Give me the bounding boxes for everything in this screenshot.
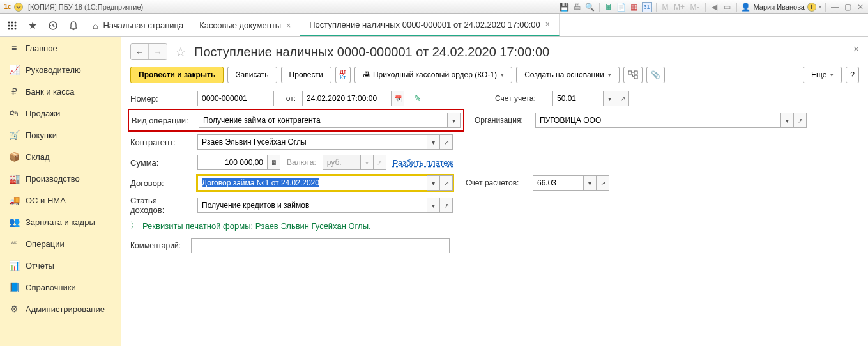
sidebar-item-bank[interactable]: ₽Банк и касса <box>0 81 121 102</box>
dropdown-icon[interactable]: ▾ <box>448 113 461 128</box>
favorite-star-icon[interactable]: ☆ <box>175 44 187 59</box>
calc-icon[interactable]: 🖩 <box>604 2 614 12</box>
op-type-input[interactable] <box>199 113 448 128</box>
manual-edit-icon[interactable]: ✎ <box>411 91 425 106</box>
calc-icon[interactable]: 🖩 <box>268 155 280 170</box>
counterparty-input[interactable] <box>197 134 427 150</box>
main-content: × ← → ☆ Поступление наличных 0000-000001… <box>121 37 868 346</box>
sidebar-item-label: Главное <box>26 43 57 53</box>
sidebar-item-hr[interactable]: 👥Зарплата и кадры <box>0 211 121 233</box>
sum-input[interactable] <box>197 155 268 170</box>
attach-button[interactable]: 📎 <box>646 67 665 83</box>
contract-input[interactable]: Договор займа №1 от 24.02.2020 <box>197 175 427 191</box>
sidebar-item-sales[interactable]: 🛍Продажи <box>0 102 121 124</box>
close-window-icon[interactable]: ✕ <box>855 2 865 12</box>
split-payment-link[interactable]: Разбить платеж <box>393 158 453 168</box>
related-icon-button[interactable] <box>623 67 643 83</box>
m-plus-icon[interactable]: M+ <box>673 2 686 12</box>
back-nav-icon[interactable]: ◀ <box>710 2 720 12</box>
dropdown-icon[interactable]: ▾ <box>427 134 440 150</box>
open-icon[interactable]: ↗ <box>440 134 453 150</box>
doc-icon[interactable]: 📄 <box>616 2 627 12</box>
nav-forward-button[interactable]: → <box>149 44 167 59</box>
sidebar-item-label: Отчеты <box>26 261 54 271</box>
dtk-icon: ᴬᴷ <box>9 239 19 249</box>
svg-point-4 <box>11 24 13 26</box>
create-based-button[interactable]: Создать на основании ▾ <box>516 67 620 83</box>
sidebar-item-production[interactable]: 🏭Производство <box>0 168 121 189</box>
caret-down-icon: ▾ <box>830 72 834 78</box>
org-input[interactable] <box>535 113 781 128</box>
preview-icon[interactable]: 🔍 <box>585 2 595 12</box>
main-toolbar: ★ ⌂ Начальная страница Кассовые документ… <box>0 14 868 37</box>
requisites-toggle[interactable]: 〉 Реквизиты печатной формы: Рзаев Эльвин… <box>130 220 859 232</box>
m-icon[interactable]: M <box>660 2 671 12</box>
sidebar-item-label: Руководителю <box>26 65 81 75</box>
close-page-icon[interactable]: × <box>853 43 859 55</box>
save-button[interactable]: Записать <box>227 67 277 83</box>
m-minus-icon[interactable]: M- <box>689 2 701 12</box>
calendar-picker-icon[interactable]: 📅 <box>392 91 404 106</box>
op-type-highlight: Вид операции: ▾ <box>128 109 464 132</box>
dropdown-icon[interactable]: ▾ <box>781 113 794 128</box>
info-caret[interactable]: ▾ <box>819 4 821 10</box>
home-icon: ⌂ <box>93 20 98 31</box>
dtk-button[interactable]: ДтКт <box>335 67 351 83</box>
help-button[interactable]: ? <box>846 67 859 83</box>
date-input[interactable] <box>302 91 392 106</box>
post-button[interactable]: Провести <box>281 67 331 83</box>
open-icon[interactable]: ↗ <box>794 113 807 128</box>
tab-close-icon[interactable]: × <box>286 21 291 30</box>
sidebar-item-assets[interactable]: 🚚ОС и НМА <box>0 189 121 211</box>
comment-input[interactable] <box>191 238 450 253</box>
more-button[interactable]: Еще ▾ <box>803 67 842 83</box>
sidebar: ≡Главное 📈Руководителю ₽Банк и касса 🛍Пр… <box>0 37 121 346</box>
tab-close-icon[interactable]: × <box>545 20 550 29</box>
number-input[interactable] <box>197 91 274 106</box>
sidebar-item-warehouse[interactable]: 📦Склад <box>0 146 121 168</box>
page-title: Поступление наличных 0000-000001 от 24.0… <box>194 45 549 59</box>
separator <box>736 3 737 12</box>
income-input[interactable] <box>197 198 427 213</box>
sidebar-item-purchases[interactable]: 🛒Покупки <box>0 124 121 146</box>
history-icon[interactable] <box>47 20 59 31</box>
sidebar-item-manager[interactable]: 📈Руководителю <box>0 59 121 81</box>
sidebar-item-refs[interactable]: 📘Справочники <box>0 276 121 298</box>
save-icon[interactable]: 💾 <box>560 2 570 12</box>
minimize-icon[interactable]: — <box>830 2 840 12</box>
dropdown-icon[interactable]: ▾ <box>427 175 440 191</box>
account-input[interactable] <box>552 91 604 106</box>
settle-acc-input[interactable] <box>533 175 584 191</box>
sidebar-item-operations[interactable]: ᴬᴷОперации <box>0 233 121 255</box>
separator <box>599 3 600 12</box>
sidebar-item-reports[interactable]: 📊Отчеты <box>0 255 121 276</box>
dropdown-icon[interactable]: ▾ <box>604 91 616 106</box>
star-icon[interactable]: ★ <box>27 20 38 31</box>
sidebar-item-label: ОС и НМА <box>26 196 66 205</box>
print-ko1-button[interactable]: 🖶 Приходный кассовый ордер (КО-1) ▾ <box>354 67 512 83</box>
bell-icon[interactable] <box>68 20 79 31</box>
post-and-close-button[interactable]: Провести и закрыть <box>130 67 224 83</box>
calendar-day-icon[interactable]: ▦ <box>629 2 639 12</box>
sidebar-item-admin[interactable]: ⚙Администрирование <box>0 298 121 320</box>
maximize-icon[interactable]: ▢ <box>842 2 853 12</box>
sidebar-item-label: Банк и касса <box>26 87 75 97</box>
tab-cash-docs[interactable]: Кассовые документы × <box>190 14 300 36</box>
open-icon[interactable]: ↗ <box>597 175 609 191</box>
tab-home[interactable]: ⌂ Начальная страница <box>86 14 190 36</box>
dropdown-icon[interactable]: ▾ <box>427 198 440 213</box>
calendar-icon[interactable]: 31 <box>642 2 652 12</box>
open-icon[interactable]: ↗ <box>616 91 629 106</box>
info-icon[interactable]: i <box>807 3 816 12</box>
apps-icon[interactable] <box>6 20 18 31</box>
open-icon[interactable]: ↗ <box>440 198 453 213</box>
window-icon[interactable]: ▭ <box>722 2 733 12</box>
dropdown-icon[interactable]: ▾ <box>584 175 597 191</box>
open-icon[interactable]: ↗ <box>440 175 453 191</box>
nav-back-button[interactable]: ← <box>131 44 149 59</box>
print-icon[interactable]: 🖶 <box>572 2 582 12</box>
gear-icon: ⚙ <box>9 304 19 314</box>
nav-down-icon[interactable] <box>14 3 23 12</box>
tab-receipt[interactable]: Поступление наличных 0000-000001 от 24.0… <box>300 14 560 36</box>
sidebar-item-main[interactable]: ≡Главное <box>0 37 121 59</box>
